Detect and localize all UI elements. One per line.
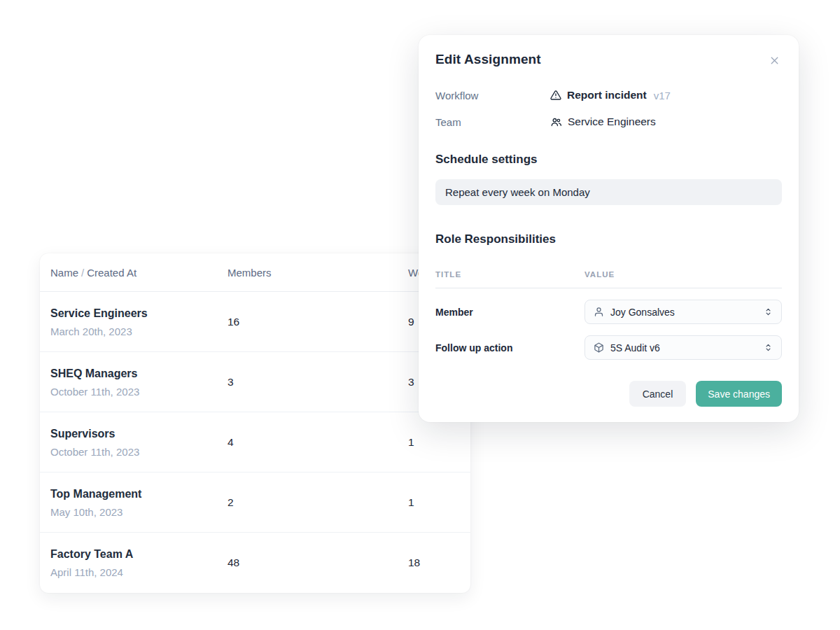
teams-table-card: Name/Created At Members Workflows Servic… [40,253,470,593]
member-field-row: Member Joy Gonsalves [435,300,782,324]
team-members-count: 16 [227,316,239,328]
save-changes-button[interactable]: Save changes [696,381,782,407]
column-header-members[interactable]: Members [227,267,272,279]
column-header-name-created[interactable]: Name/Created At [50,267,136,279]
team-workflows-count: 1 [408,436,414,449]
team-members-count: 3 [227,376,234,388]
follow-up-action-select-value: 5S Audit v6 [610,342,660,354]
team-name: SHEQ Managers [50,368,137,380]
follow-up-action-field-label: Follow up action [435,342,584,354]
follow-up-action-select[interactable]: 5S Audit v6 [584,335,782,360]
team-members-count: 48 [227,556,239,569]
team-name: Service Engineers [50,307,148,320]
schedule-summary-text: Repeat every week on Monday [445,186,590,198]
team-row: Team Service Engineers [435,115,782,128]
workflow-version-badge: v17 [654,90,671,102]
team-workflows-count: 18 [408,556,420,569]
team-members-count: 2 [227,496,234,509]
team-name: Top Management [50,488,141,500]
schedule-summary-box[interactable]: Repeat every week on Monday [435,179,782,205]
table-row[interactable]: Supervisors October 11th, 2023 4 1 [40,412,470,472]
table-row[interactable]: SHEQ Managers October 11th, 2023 3 3 [40,352,470,412]
follow-up-action-field-row: Follow up action 5S Audit v6 [435,335,782,360]
user-icon [594,307,604,317]
team-created-date: April 11th, 2024 [50,566,123,578]
chevron-up-down-icon [764,343,773,352]
member-field-label: Member [435,307,584,318]
box-icon [594,342,604,353]
modal-title: Edit Assignment [435,52,541,67]
team-name: Factory Team A [50,548,133,561]
team-icon [550,116,562,128]
value-column-header: VALUE [584,270,615,279]
team-created-date: October 11th, 2023 [50,446,139,458]
team-label: Team [435,116,550,128]
table-row[interactable]: Top Management May 10th, 2023 2 1 [40,472,470,533]
team-created-date: October 11th, 2023 [50,386,139,398]
column-header-name: Name [50,267,78,279]
role-responsibilities-heading: Role Responsibilities [435,232,782,246]
alert-triangle-icon [550,90,561,101]
team-workflows-count: 3 [408,376,414,388]
column-divider [435,288,782,288]
edit-assignment-modal: Edit Assignment Workflow Report incident… [419,35,799,422]
team-name: Supervisors [50,428,115,440]
close-icon[interactable] [767,53,782,68]
title-column-header: TITLE [435,270,584,279]
team-created-date: March 20th, 2023 [50,326,132,337]
team-workflows-count: 9 [408,316,414,328]
team-value: Service Engineers [568,115,656,128]
schedule-settings-heading: Schedule settings [435,153,782,167]
workflow-row: Workflow Report incident v17 [435,89,782,102]
cancel-button[interactable]: Cancel [629,381,687,407]
table-header-row: Name/Created At Members Workflows [40,253,470,292]
team-members-count: 4 [227,436,234,449]
table-row[interactable]: Factory Team A April 11th, 2024 48 18 [40,533,470,593]
workflow-value: Report incident [567,89,647,102]
member-select-value: Joy Gonsalves [610,307,675,318]
member-select[interactable]: Joy Gonsalves [584,300,782,324]
chevron-up-down-icon [764,307,773,316]
team-workflows-count: 1 [408,496,414,509]
workflow-label: Workflow [435,90,550,102]
team-created-date: May 10th, 2023 [50,506,122,518]
column-header-created-at: Created At [87,267,136,279]
column-header-separator: / [78,267,87,279]
table-row[interactable]: Service Engineers March 20th, 2023 16 9 [40,292,470,352]
